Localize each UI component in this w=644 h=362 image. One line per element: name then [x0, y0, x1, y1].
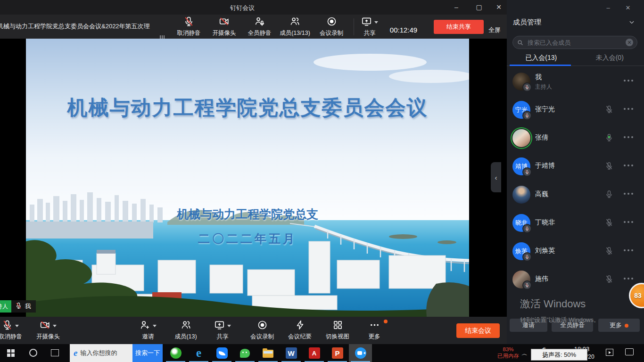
taskbar-search[interactable]: e 输入你想搜的 搜索一下 [70, 344, 163, 362]
mic-muted-gray-icon[interactable] [605, 161, 615, 172]
member-row[interactable]: 高巍 [507, 181, 644, 209]
start-button[interactable] [0, 344, 22, 362]
taskbar-app[interactable] [233, 344, 256, 362]
panel-button-1[interactable]: 全员静音 [552, 319, 593, 332]
member-row[interactable]: 施伟 [507, 265, 644, 294]
toolbar-button[interactable]: 会议录制 [242, 319, 282, 342]
avatar [512, 271, 530, 288]
tab-joined[interactable]: 已入会(13) [507, 52, 576, 66]
collapse-sidebar-button[interactable]: ‹ [491, 162, 501, 192]
member-menu-button[interactable] [624, 249, 633, 251]
toolbar-button[interactable]: 全员静音 [242, 15, 277, 39]
tray-chevron-icon[interactable]: ︿ [521, 351, 528, 357]
taskbar-app[interactable] [210, 344, 233, 362]
mic-active-icon[interactable] [605, 132, 615, 144]
toolbar-button[interactable]: 开摄像头 [28, 319, 68, 342]
bottom-toolbar: 取消静音开摄像头邀请成员(13)共享会议录制会议纪要切换视图更多 结束会议 [0, 317, 507, 344]
maximize-button[interactable]: ▢ [470, 0, 488, 14]
toolbar-button[interactable]: 更多 [355, 319, 394, 342]
toolbar-button-label: 共享 [217, 333, 229, 341]
taskbar-app[interactable]: W [280, 344, 303, 362]
member-row[interactable]: 宁光张宁光 [507, 96, 644, 124]
member-row[interactable]: 靖博于靖博 [507, 152, 644, 181]
member-menu-button[interactable] [624, 136, 633, 138]
toolbar-button[interactable]: 成员(13) [166, 319, 206, 342]
member-row[interactable]: 我主持人 [507, 67, 644, 96]
member-search-input[interactable] [527, 39, 626, 47]
toolbar-button[interactable]: 邀请 [131, 319, 165, 342]
toolbar-button-label: 开摄像头 [36, 333, 60, 341]
share-button[interactable]: 共享 [355, 15, 385, 39]
self-name: 我 [25, 302, 31, 311]
end-meeting-button[interactable]: 结束会议 [456, 323, 500, 338]
member-search[interactable]: ✕ [512, 36, 637, 49]
member-menu-button[interactable] [624, 165, 633, 166]
tray-window-icon[interactable] [606, 349, 613, 356]
toolbar-button[interactable]: 切换视图 [318, 319, 357, 342]
panel-close-button[interactable]: ✕ [620, 2, 636, 13]
member-name: 丁晓非 [535, 218, 555, 227]
toolbar-button[interactable]: 开摄像头 [206, 15, 242, 39]
more-icon [369, 320, 380, 332]
taskbar-app[interactable]: A [303, 344, 326, 362]
avatar: 焕英 [512, 242, 530, 260]
file-explorer-icon [263, 350, 273, 358]
member-menu-button[interactable] [624, 221, 633, 223]
self-video-label: 主持人 我 [0, 300, 36, 313]
panel-minimize-button[interactable]: – [600, 2, 616, 13]
toolbar-button[interactable]: 成员(13/13) [277, 15, 313, 39]
taskbar-app[interactable] [256, 344, 280, 362]
fullscreen-button[interactable]: 全屏 [488, 26, 501, 34]
top-toolbar: 取消静音开摄像头全员静音成员(13/13)会议录制 [171, 15, 350, 39]
mic-muted-gray-icon[interactable] [605, 246, 615, 257]
powerpoint-icon: P [332, 347, 343, 359]
camera-off-icon [219, 16, 230, 29]
taskbar-search-button[interactable]: 搜索一下 [132, 344, 163, 362]
slide-date: 二〇二二年五月 [26, 231, 469, 247]
tab-not-joined[interactable]: 未入会(0) [576, 52, 644, 66]
member-menu-button[interactable] [624, 80, 633, 82]
panel-button-2[interactable]: 更多 [598, 319, 640, 332]
toolbar-button[interactable]: 取消静音 [0, 319, 28, 342]
toolbar-button[interactable]: 取消静音 [171, 15, 206, 39]
app-title: 钉钉会议 [230, 4, 255, 12]
slide-subtitle: 机械与动力工程学院党总支 [26, 206, 469, 222]
toolbar-button[interactable]: 会议纪要 [280, 319, 320, 342]
member-menu-button[interactable] [624, 193, 633, 195]
clear-search-icon[interactable]: ✕ [626, 39, 633, 46]
panel-button-0[interactable]: 邀请 [510, 319, 547, 332]
mic-muted-gray-icon[interactable] [605, 274, 615, 285]
mic-muted-gray-icon[interactable] [605, 217, 615, 229]
taskbar-app[interactable] [349, 344, 372, 362]
slide-title: 机械与动力工程学院党总支委员会会议 [26, 94, 469, 122]
minimize-button[interactable]: – [447, 0, 466, 14]
taskbar-app[interactable]: e [187, 344, 210, 362]
member-menu-button[interactable] [624, 108, 633, 110]
taskbar-app[interactable]: P [326, 344, 349, 362]
end-share-button[interactable]: 结束共享 [434, 20, 484, 34]
chevron-down-icon[interactable] [628, 19, 635, 27]
taskbar-app[interactable] [164, 344, 187, 362]
toolbar-button[interactable]: 共享 [206, 319, 239, 342]
grid-icon [332, 320, 343, 332]
close-button[interactable]: ✕ [489, 0, 508, 14]
minutes-icon [295, 320, 305, 332]
cortana-icon[interactable] [29, 349, 37, 357]
member-row[interactable]: 张倩 [507, 124, 644, 152]
toolbar-button[interactable]: 会议录制 [313, 15, 350, 39]
share-icon [361, 16, 372, 29]
mic-icon[interactable] [605, 189, 615, 200]
shared-slide: 机械与动力工程学院党总支委员会会议 机械与动力工程学院党总支 二〇二二年五月 [26, 39, 469, 317]
meeting-titlebar: 钉钉会议 – ▢ ✕ [0, 0, 507, 15]
action-center-icon[interactable] [625, 348, 634, 355]
toolbar-button-label: 更多 [369, 333, 380, 341]
task-view-icon[interactable] [51, 349, 59, 356]
member-menu-button[interactable] [624, 278, 633, 280]
mic-muted-gray-icon[interactable] [605, 104, 615, 115]
slide-background-art [26, 39, 469, 317]
member-name: 于靖博 [535, 162, 555, 170]
member-row[interactable]: 晓非丁晓非 [507, 209, 644, 237]
dingtalk-icon [216, 347, 228, 359]
member-row[interactable]: 焕英刘焕英 [507, 237, 644, 265]
toolbar-button-label: 开摄像头 [213, 29, 236, 37]
